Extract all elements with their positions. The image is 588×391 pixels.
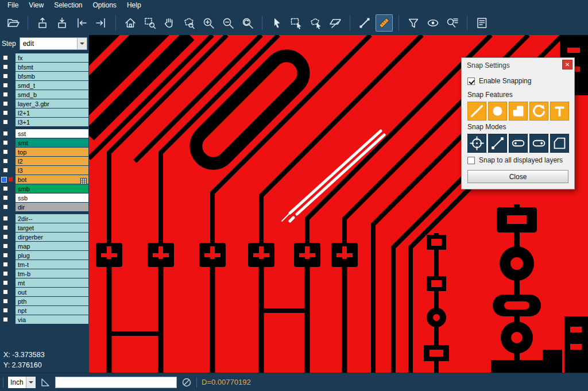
layer-row[interactable]: sst [0,129,89,138]
zoom-window-button[interactable] [141,14,158,32]
layer-row[interactable]: dirgerber [0,233,89,241]
import-up-button[interactable] [34,14,51,32]
layer-label[interactable]: tm-b [16,269,88,278]
chevron-down-icon[interactable] [26,377,36,388]
snap-center-button[interactable] [467,134,486,153]
layer-visibility-checkbox[interactable] [3,225,8,230]
layer-row[interactable]: l3+1 [0,118,89,126]
layer-row[interactable]: bfsmt [0,63,89,71]
layer-row[interactable]: plug [0,251,89,260]
layer-visibility-checkbox[interactable] [3,73,8,79]
layer-row[interactable]: l2+1 [0,109,89,117]
snap-text-button[interactable] [550,102,569,121]
select-arrow-button[interactable] [268,14,285,32]
layer-visibility-checkbox[interactable] [3,64,8,69]
layer-visibility-checkbox[interactable] [3,216,8,221]
layer-visibility-checkbox[interactable] [3,158,8,164]
layer-row[interactable]: smd_b [0,90,89,99]
layer-row[interactable]: bot [0,175,89,184]
layer-active-indicator[interactable] [1,177,7,183]
angle-corner-icon[interactable] [40,377,51,388]
layer-label[interactable]: l2 [16,157,88,165]
layer-visibility-checkbox[interactable] [3,234,8,239]
layer-label[interactable]: smt [16,138,88,147]
layer-label[interactable]: l3 [16,166,88,175]
close-button[interactable]: Close [467,170,568,183]
layer-row[interactable]: smt [0,138,89,147]
snap-vertex-button[interactable] [550,134,569,153]
layer-visibility-checkbox[interactable] [3,262,8,267]
layer-row[interactable]: tm-t [0,260,89,269]
layer-label[interactable]: sst [16,129,88,138]
snap-point-button[interactable] [488,134,507,153]
layer-visibility-checkbox[interactable] [3,119,8,125]
layer-row[interactable]: fx [0,53,89,62]
select-polygon-button[interactable] [307,14,324,32]
measure-ruler-button[interactable] [376,14,393,32]
layer-row[interactable]: ssb [0,193,89,202]
layer-visibility-checkbox[interactable] [3,83,8,88]
layer-label[interactable]: layer_3.gbr [16,99,88,108]
layer-visibility-checkbox[interactable] [3,195,8,200]
layer-row[interactable]: smd_t [0,81,89,90]
layer-visibility-checkbox[interactable] [3,253,8,258]
query-button[interactable] [444,14,461,32]
zoom-out-button[interactable] [219,14,237,32]
layer-visibility-checkbox[interactable] [3,271,8,276]
layer-label[interactable]: map [16,242,88,250]
layer-row[interactable]: top [0,148,89,156]
layer-label[interactable]: dir [16,203,88,211]
menu-file[interactable]: File [2,0,24,11]
zoom-polygon-button[interactable] [180,14,198,32]
close-icon[interactable]: ✕ [562,60,572,69]
snap-arc-button[interactable] [529,102,548,121]
layer-row[interactable]: target [0,223,89,232]
layer-visibility-checkbox[interactable] [3,280,8,285]
report-button[interactable] [473,14,490,32]
layer-row[interactable]: l3 [0,166,89,175]
layer-visibility-checkbox[interactable] [3,140,8,145]
pan-button[interactable] [161,14,178,32]
layer-row[interactable]: layer_3.gbr [0,99,89,108]
layer-label[interactable]: via [16,315,88,324]
layer-row[interactable]: l2 [0,157,89,165]
import-down-button[interactable] [53,14,71,32]
layer-label[interactable]: smd_t [16,81,88,90]
zoom-in-button[interactable] [200,14,217,32]
layer-visibility-checkbox[interactable] [3,317,8,322]
unit-dropdown[interactable]: Inch [8,377,36,388]
layer-label[interactable]: top [16,148,88,156]
layer-label[interactable]: smd_b [16,90,88,99]
layer-visibility-checkbox[interactable] [3,186,8,191]
layer-visibility-checkbox[interactable] [3,101,8,106]
step-dropdown[interactable]: edit [20,37,87,50]
menu-options[interactable]: Options [88,0,122,11]
layer-label[interactable]: 2dir-- [16,214,88,223]
menu-selection[interactable]: Selection [49,0,87,11]
layer-row[interactable]: bfsmb [0,72,89,80]
menu-view[interactable]: View [24,0,49,11]
menu-help[interactable]: Help [122,0,146,11]
open-folder-button[interactable] [5,14,22,32]
layer-label[interactable]: plug [16,251,88,260]
step-left-button[interactable] [73,14,90,32]
layer-visibility-checkbox[interactable] [3,55,8,60]
layer-visibility-checkbox[interactable] [3,149,8,154]
layer-row[interactable]: via [0,315,89,324]
snap-line-button[interactable] [467,102,486,121]
step-right-button[interactable] [92,14,110,32]
layer-label[interactable]: l2+1 [16,109,88,117]
command-input[interactable] [55,377,177,388]
layer-row[interactable]: out [0,288,89,296]
layer-row[interactable]: map [0,242,89,250]
layer-label[interactable]: ssb [16,193,88,202]
layer-label[interactable]: bfsmb [16,72,88,80]
layer-label[interactable]: pth [16,297,88,305]
layer-row[interactable]: smb [0,184,89,193]
layer-label[interactable]: bfsmt [16,63,88,71]
layer-visibility-checkbox[interactable] [3,308,8,313]
layer-row[interactable]: mt [0,278,89,287]
select-skew-button[interactable] [327,14,344,32]
snap-slot-right-button[interactable] [529,134,548,153]
layer-visibility-checkbox[interactable] [3,131,8,136]
